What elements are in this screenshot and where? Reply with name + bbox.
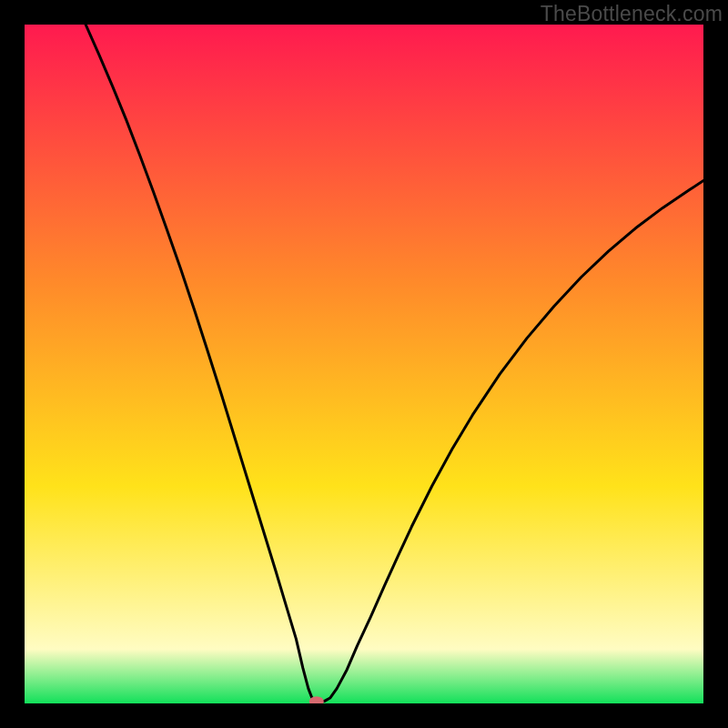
bottleneck-chart (25, 25, 703, 703)
chart-frame (25, 25, 703, 703)
gradient-background (25, 25, 703, 703)
watermark-text: TheBottleneck.com (541, 2, 723, 26)
